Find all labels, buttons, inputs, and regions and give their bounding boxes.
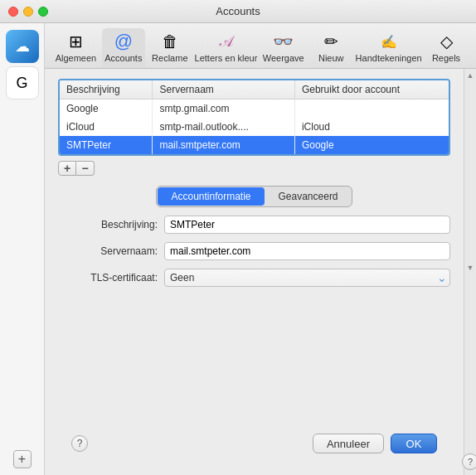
dialog-content: Beschrijving Servernaam Gebruikt door ac… bbox=[45, 69, 464, 475]
beschrijving-label: Beschrijving: bbox=[58, 219, 158, 230]
regels-icon: ◇ bbox=[440, 32, 453, 51]
table-controls: + − bbox=[58, 161, 95, 176]
toolbar-item-handtekeningen[interactable]: ✍ Handtekeningen bbox=[356, 28, 421, 68]
form-row-tls: TLS-certificaat: Geen Vereist Aangepast … bbox=[58, 269, 450, 287]
toolbar-item-accounts[interactable]: @ Accounts bbox=[102, 28, 145, 68]
tls-select-wrap: Geen Vereist Aangepast ⌄ bbox=[164, 269, 450, 287]
algemeen-icon: ⊞ bbox=[69, 32, 83, 51]
tab-area: Accountinformatie Geavanceerd bbox=[58, 186, 450, 207]
table-row[interactable]: iCloud smtp-mail.outlook.... iCloud bbox=[60, 118, 449, 136]
nieuw-icon: ✏ bbox=[324, 32, 338, 51]
beschrijving-input[interactable] bbox=[164, 216, 450, 234]
toolbar-item-nieuw[interactable]: ✏ Nieuw bbox=[309, 28, 352, 68]
scroll-down-arrow[interactable]: ▼ bbox=[464, 261, 476, 274]
accounts-icon: @ bbox=[114, 32, 133, 51]
table-row-selected[interactable]: SMTPeter mail.smtpeter.com Google bbox=[60, 136, 449, 154]
titlebar: Accounts bbox=[0, 0, 476, 23]
toolbar-item-algemeen[interactable]: ⊞ Algemeen bbox=[53, 28, 99, 68]
cell-gebruikt: iCloud bbox=[294, 118, 449, 136]
add-smtp-button[interactable]: + bbox=[58, 161, 76, 176]
handtekeningen-icon: ✍ bbox=[381, 32, 397, 51]
minimize-button[interactable] bbox=[23, 7, 33, 17]
google-icon: G bbox=[16, 75, 27, 92]
tab-geavanceerd[interactable]: Geavanceerd bbox=[265, 187, 352, 206]
cell-servernaam: smtp-mail.outlook.... bbox=[153, 118, 294, 136]
maximize-button[interactable] bbox=[38, 7, 48, 17]
toolbar-label-handtekeningen: Handtekeningen bbox=[356, 53, 422, 63]
toolbar-label-nieuw: Nieuw bbox=[318, 53, 344, 63]
remove-smtp-button[interactable]: − bbox=[76, 161, 95, 176]
cell-beschrijving: Google bbox=[60, 99, 153, 119]
tab-group: Accountinformatie Geavanceerd bbox=[156, 186, 352, 207]
cell-beschrijving: iCloud bbox=[60, 118, 153, 136]
close-button[interactable] bbox=[8, 7, 18, 17]
form-section: Beschrijving: Servernaam: TLS-certificaa… bbox=[58, 216, 450, 425]
form-row-beschrijving: Beschrijving: bbox=[58, 216, 450, 234]
tls-label: TLS-certificaat: bbox=[58, 272, 158, 284]
cancel-button[interactable]: Annuleer bbox=[313, 434, 384, 453]
toolbar: ⊞ Algemeen @ Accounts 🗑 Reclame 𝒜 Letter… bbox=[45, 23, 476, 69]
col-header-beschrijving: Beschrijving bbox=[60, 80, 153, 99]
table-row[interactable]: Google smtp.gmail.com bbox=[60, 99, 449, 119]
toolbar-label-reclame: Reclame bbox=[152, 53, 187, 63]
cell-gebruikt bbox=[294, 99, 449, 119]
form-row-servernaam: Servernaam: bbox=[58, 242, 450, 260]
weergave-icon: 👓 bbox=[273, 32, 294, 51]
cell-servernaam: mail.smtpeter.com bbox=[153, 136, 294, 154]
help-corner-button[interactable]: ? bbox=[462, 453, 476, 470]
cell-servernaam: smtp.gmail.com bbox=[153, 99, 294, 119]
toolbar-item-reclame[interactable]: 🗑 Reclame bbox=[148, 28, 192, 68]
reclame-icon: 🗑 bbox=[162, 32, 178, 51]
cell-beschrijving: SMTPeter bbox=[60, 136, 153, 154]
servernaam-label: Servernaam: bbox=[58, 245, 158, 257]
right-scrollbar: ▲ ▼ ? bbox=[464, 69, 476, 475]
content-area: ⊞ Algemeen @ Accounts 🗑 Reclame 𝒜 Letter… bbox=[45, 23, 476, 475]
toolbar-label-accounts: Accounts bbox=[104, 53, 142, 63]
toolbar-label-regels: Regels bbox=[432, 53, 460, 63]
toolbar-item-weergave[interactable]: 👓 Weergave bbox=[260, 28, 306, 68]
smtp-table-container: Beschrijving Servernaam Gebruikt door ac… bbox=[58, 79, 450, 156]
letters-icon: 𝒜 bbox=[220, 32, 232, 51]
toolbar-label-weergave: Weergave bbox=[263, 53, 304, 63]
col-header-gebruikt: Gebruikt door account bbox=[294, 80, 449, 99]
cell-gebruikt: Google bbox=[294, 136, 449, 154]
sidebar-item-icloud[interactable]: ☁ bbox=[6, 30, 39, 63]
toolbar-item-letters[interactable]: 𝒜 Letters en kleur bbox=[195, 28, 257, 68]
bottom-bar: ? Annuleer OK bbox=[58, 425, 450, 465]
servernaam-input[interactable] bbox=[164, 242, 450, 260]
sidebar-add-button[interactable]: + bbox=[13, 450, 32, 468]
ok-button[interactable]: OK bbox=[391, 434, 437, 453]
window-title: Accounts bbox=[216, 5, 260, 17]
icloud-icon: ☁ bbox=[15, 37, 30, 56]
smtp-table: Beschrijving Servernaam Gebruikt door ac… bbox=[60, 80, 449, 154]
scroll-up-arrow[interactable]: ▲ bbox=[464, 69, 476, 82]
help-button[interactable]: ? bbox=[71, 435, 88, 452]
col-header-servernaam: Servernaam bbox=[153, 80, 294, 99]
tls-select[interactable]: Geen Vereist Aangepast bbox=[164, 269, 450, 287]
tab-accountinformatie[interactable]: Accountinformatie bbox=[158, 187, 264, 206]
toolbar-label-algemeen: Algemeen bbox=[56, 53, 97, 63]
toolbar-label-letters: Letters en kleur bbox=[195, 53, 258, 63]
window-controls[interactable] bbox=[8, 7, 48, 17]
toolbar-item-regels[interactable]: ◇ Regels bbox=[425, 28, 468, 68]
sidebar: ☁ G + bbox=[0, 23, 45, 475]
sidebar-item-google[interactable]: G bbox=[6, 66, 39, 99]
